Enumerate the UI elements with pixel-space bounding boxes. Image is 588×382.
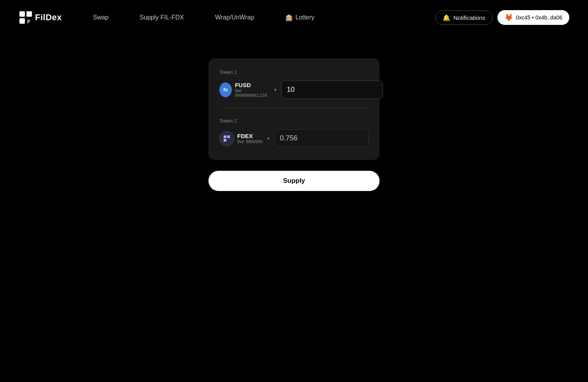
nav-swap[interactable]: Swap bbox=[93, 14, 108, 21]
fdex-logo-svg bbox=[223, 135, 230, 142]
nav-wrap[interactable]: Wrap/UnWrap bbox=[215, 14, 254, 21]
header: F FilDex Swap Supply FIL-FDX Wrap/UnWrap… bbox=[0, 0, 588, 35]
supply-card: Token 1 fs FUSD Bal: 9999989962.228 ▾ To… bbox=[208, 58, 380, 160]
svg-rect-5 bbox=[227, 135, 230, 138]
logo-icon: F bbox=[19, 11, 33, 25]
svg-rect-2 bbox=[19, 18, 25, 24]
token2-chevron-down-icon: ▾ bbox=[267, 136, 270, 141]
token2-balance: Bal: 9888999 bbox=[237, 139, 262, 144]
svg-rect-0 bbox=[19, 11, 25, 17]
token2-row: FDEX Bal: 9888999 ▾ 0.756 bbox=[219, 129, 369, 147]
token1-row: fs FUSD Bal: 9999989962.228 ▾ bbox=[219, 81, 369, 99]
svg-text:F: F bbox=[27, 19, 30, 25]
lottery-icon: 🎰 bbox=[285, 14, 293, 21]
token1-input[interactable] bbox=[281, 81, 383, 99]
nav-lottery[interactable]: 🎰 Lottery bbox=[285, 14, 315, 21]
token1-label: Token 1 bbox=[219, 69, 369, 75]
section-divider bbox=[219, 108, 369, 109]
token1-chevron-down-icon: ▾ bbox=[274, 87, 276, 93]
logo-text: FilDex bbox=[35, 12, 62, 23]
token1-selector[interactable]: fs FUSD Bal: 9999989962.228 ▾ bbox=[219, 82, 276, 98]
token2-selector[interactable]: FDEX Bal: 9888999 ▾ bbox=[219, 131, 270, 146]
logo: F FilDex bbox=[19, 11, 62, 25]
svg-rect-1 bbox=[26, 11, 32, 17]
main-content: Token 1 fs FUSD Bal: 9999989962.228 ▾ To… bbox=[0, 35, 588, 191]
token2-label: Token 2 bbox=[219, 118, 369, 124]
main-nav: Swap Supply FIL-FDX Wrap/UnWrap 🎰 Lotter… bbox=[93, 14, 435, 21]
fusd-icon: fs bbox=[219, 82, 232, 97]
token1-balance: Bal: 9999989962.228 bbox=[235, 88, 269, 98]
token2-value: 0.756 bbox=[274, 129, 369, 147]
wallet-button[interactable]: 🦊 0xc45 • 0x4b..da06 bbox=[497, 10, 569, 25]
nav-supply[interactable]: Supply FIL-FDX bbox=[140, 14, 184, 21]
token2-section: Token 2 FDEX Bal: 9888999 ▾ bbox=[219, 118, 369, 147]
bell-icon: 🔔 bbox=[443, 14, 450, 21]
wallet-address: 0xc45 • 0x4b..da06 bbox=[516, 14, 562, 21]
svg-rect-4 bbox=[224, 135, 226, 138]
token1-section: Token 1 fs FUSD Bal: 9999989962.228 ▾ bbox=[219, 69, 369, 99]
notifications-button[interactable]: 🔔 Notifications bbox=[435, 11, 493, 25]
token2-symbol: FDEX bbox=[237, 133, 262, 139]
svg-rect-6 bbox=[224, 139, 226, 142]
token1-info: FUSD Bal: 9999989962.228 bbox=[235, 82, 269, 98]
token1-symbol: FUSD bbox=[235, 82, 269, 88]
header-right: 🔔 Notifications 🦊 0xc45 • 0x4b..da06 bbox=[435, 10, 569, 25]
metamask-icon: 🦊 bbox=[504, 13, 513, 22]
notifications-label: Notifications bbox=[453, 14, 485, 21]
token2-info: FDEX Bal: 9888999 bbox=[237, 133, 262, 144]
supply-button[interactable]: Supply bbox=[208, 171, 380, 191]
fdex-icon bbox=[219, 131, 234, 146]
